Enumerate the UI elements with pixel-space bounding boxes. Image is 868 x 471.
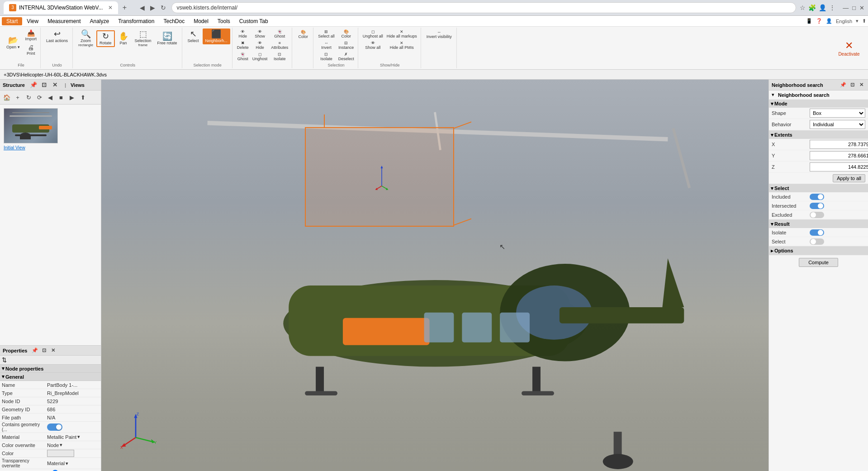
initial-view-label[interactable]: Initial View bbox=[4, 145, 99, 150]
behavior-select[interactable]: Individual Assembly Part bbox=[810, 120, 865, 129]
struct-undock-btn[interactable]: ⊡ bbox=[39, 80, 49, 90]
z-input[interactable] bbox=[810, 162, 868, 171]
forward-nav-btn[interactable]: ▶ bbox=[67, 92, 77, 102]
neighborhood-button[interactable]: ⬛ Neighborh... bbox=[203, 29, 230, 44]
last-actions-button[interactable]: ↩ Last actions bbox=[43, 29, 71, 44]
hide-pmls-button[interactable]: ✕ Hide all PMIs bbox=[385, 40, 419, 51]
unghost-all-button[interactable]: ◻ Unghost all bbox=[361, 29, 385, 39]
mode-collapse[interactable]: ▾ bbox=[771, 101, 773, 107]
delete-button[interactable]: ✖ Delete bbox=[235, 40, 251, 51]
hide-button[interactable]: 👁 Hide bbox=[235, 29, 251, 39]
open-button[interactable]: 📂 Open ▾ bbox=[4, 35, 23, 51]
invert-button[interactable]: ↔ Invert bbox=[316, 40, 337, 51]
color-sel-button[interactable]: 🎨 Color bbox=[337, 29, 356, 39]
ns-undock-btn[interactable]: ⊡ bbox=[848, 81, 856, 89]
print-button[interactable]: 🖨 Print bbox=[24, 43, 39, 57]
ns-close-btn[interactable]: ✕ bbox=[857, 81, 865, 89]
node-section-collapse[interactable]: ▾ bbox=[2, 366, 5, 371]
zoom-rectangle-button[interactable]: 🔍 Zoom rectangle bbox=[76, 29, 96, 48]
maximize-button[interactable]: □ bbox=[852, 5, 856, 11]
compute-button[interactable]: Compute bbox=[799, 258, 838, 267]
structure-tab[interactable]: Structure bbox=[3, 82, 25, 88]
apply-to-all-button[interactable]: Apply to all bbox=[833, 174, 865, 182]
user-account-icon[interactable]: 👤 bbox=[826, 18, 832, 24]
select-collapse[interactable]: ▾ bbox=[771, 186, 773, 191]
menu-tools[interactable]: Tools bbox=[213, 17, 235, 25]
forward-button[interactable]: ▶ bbox=[148, 2, 157, 13]
expand-icon[interactable]: ⬆ bbox=[862, 18, 866, 24]
menu-model[interactable]: Model bbox=[189, 17, 213, 25]
extension-icon[interactable]: 🧩 bbox=[808, 4, 816, 11]
general-collapse[interactable]: ▾ bbox=[2, 374, 5, 380]
show-button[interactable]: 👁 Show bbox=[251, 29, 270, 39]
initial-view-thumb[interactable] bbox=[4, 108, 58, 143]
hide-btn2[interactable]: 👁 Hide bbox=[251, 40, 270, 51]
y-input[interactable] bbox=[810, 151, 868, 160]
back-button[interactable]: ◀ bbox=[138, 2, 147, 13]
invert-vis-button[interactable]: ↔ Invert visibility bbox=[424, 29, 455, 40]
props-close-btn[interactable]: ✕ bbox=[49, 347, 57, 355]
hide-markups-button[interactable]: ✕ Hide all markups bbox=[385, 29, 419, 39]
isolate-result-toggle[interactable] bbox=[810, 229, 824, 236]
selection-frame-button[interactable]: ⬚ Selection frame bbox=[132, 29, 154, 48]
lang-dropdown-icon[interactable]: ▾ bbox=[856, 18, 859, 24]
ghost2-button[interactable]: 👻 Ghost bbox=[269, 29, 290, 39]
struct-close-btn[interactable]: ✕ bbox=[50, 80, 60, 90]
close-button[interactable]: ✕ bbox=[859, 5, 864, 11]
struct-pin-btn[interactable]: 📌 bbox=[28, 80, 38, 90]
transp-overwrite-dropdown[interactable]: ▾ bbox=[66, 461, 68, 466]
color-swatch[interactable] bbox=[47, 450, 74, 457]
deactivate-button[interactable]: ✕ Deactivate bbox=[835, 38, 863, 58]
ghost-button[interactable]: 👻 Ghost bbox=[235, 51, 251, 62]
ns-collapse-icon[interactable]: ▾ bbox=[772, 92, 774, 98]
new-tab-button[interactable]: + bbox=[118, 1, 131, 14]
menu-view[interactable]: View bbox=[22, 17, 43, 25]
ns-pin-btn[interactable]: 📌 bbox=[839, 81, 847, 89]
export-icon-btn[interactable]: ⬆ bbox=[78, 92, 88, 102]
minimize-button[interactable]: — bbox=[843, 5, 849, 11]
add-icon-btn[interactable]: + bbox=[13, 92, 23, 102]
refresh-icon-btn[interactable]: ↻ bbox=[24, 92, 33, 102]
back-nav-btn[interactable]: ◀ bbox=[45, 92, 55, 102]
sort-icon[interactable]: ⇅ bbox=[2, 357, 7, 363]
x-input[interactable] bbox=[810, 140, 868, 149]
intersected-toggle[interactable] bbox=[810, 203, 824, 209]
show-all-button[interactable]: 👁 Show all bbox=[361, 40, 385, 51]
select-mode-button[interactable]: ↖ Select bbox=[185, 29, 202, 44]
help-icon[interactable]: ❓ bbox=[816, 18, 822, 24]
user-icon[interactable]: 👤 bbox=[819, 4, 826, 11]
result-collapse[interactable]: ▾ bbox=[771, 221, 773, 227]
unghost-button[interactable]: ◻ Unghost bbox=[251, 51, 270, 62]
extents-collapse[interactable]: ▾ bbox=[771, 132, 773, 138]
menu-transformation[interactable]: Transformation bbox=[114, 17, 159, 25]
tab-close[interactable]: ✕ bbox=[108, 5, 113, 11]
menu-custom-tab[interactable]: Custom Tab bbox=[235, 17, 273, 25]
pan-button[interactable]: ✋ Pan bbox=[115, 31, 132, 47]
menu-analyze[interactable]: Analyze bbox=[85, 17, 114, 25]
menu-techdoc[interactable]: TechDoc bbox=[159, 17, 189, 25]
options-collapse[interactable]: ▸ bbox=[771, 248, 773, 254]
material-dropdown-btn[interactable]: ▾ bbox=[77, 434, 80, 440]
excluded-toggle[interactable] bbox=[810, 212, 824, 218]
reload-button[interactable]: ↻ bbox=[159, 2, 168, 13]
props-undock-btn[interactable]: ⊡ bbox=[40, 347, 48, 355]
shape-select[interactable]: Box Sphere Cylinder bbox=[810, 109, 865, 118]
select-all-button[interactable]: ⊞ Select all bbox=[316, 29, 337, 39]
sync-icon-btn[interactable]: ⟳ bbox=[34, 92, 44, 102]
props-pin-btn[interactable]: 📌 bbox=[31, 347, 39, 355]
address-bar[interactable]: vsweb.kisters.de/internal/ bbox=[171, 2, 796, 13]
color-overwrite-dropdown-btn[interactable]: ▾ bbox=[60, 442, 62, 448]
menu-measurement[interactable]: Measurement bbox=[43, 17, 85, 25]
stop-icon-btn[interactable]: ■ bbox=[56, 92, 66, 102]
free-rotate-button[interactable]: 🔄 Free rotate bbox=[155, 31, 180, 47]
browser-tab[interactable]: 3 INTERNAL 3DViewStation WebV... ✕ bbox=[4, 1, 118, 14]
home-icon-btn[interactable]: 🏠 bbox=[2, 92, 12, 102]
rotate-button[interactable]: ↻ Rotate bbox=[96, 30, 115, 47]
views-tab[interactable]: Views bbox=[71, 82, 85, 88]
viewport[interactable]: Z X Y ↖ bbox=[101, 80, 768, 471]
select-result-toggle[interactable] bbox=[810, 238, 824, 245]
attributes-button[interactable]: ≡ Attributes bbox=[269, 40, 290, 51]
contains-geom-toggle[interactable] bbox=[47, 423, 62, 431]
included-toggle[interactable] bbox=[810, 194, 824, 200]
import-button[interactable]: 📥 Import bbox=[24, 29, 39, 42]
